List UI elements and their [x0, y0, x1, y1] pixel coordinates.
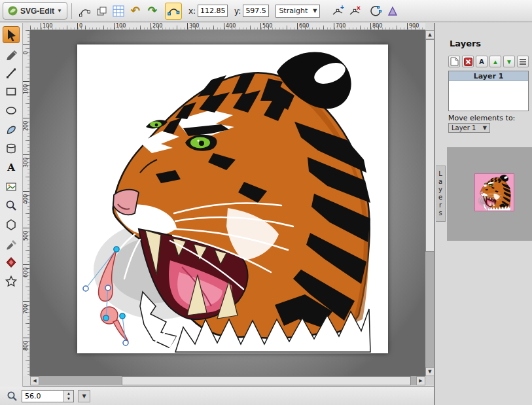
line-icon: [5, 66, 18, 79]
path-shape-icon: [5, 123, 18, 136]
ellipse-icon: [5, 104, 18, 117]
segment-type-select[interactable]: Straight ▼: [275, 5, 320, 18]
text-tool[interactable]: A: [3, 159, 20, 176]
rename-layer-button[interactable]: A: [476, 56, 488, 67]
layers-title: Layers: [450, 39, 481, 48]
segment-type-value: Straight: [279, 7, 308, 15]
layer-thumbnail[interactable]: [475, 174, 514, 211]
zoom-input[interactable]: [22, 391, 63, 402]
ruler-number: 300: [23, 160, 29, 167]
ruler-number: 200: [23, 124, 29, 131]
horizontal-ruler: 100 0 100 200 300 400 500 600 700 800 90…: [30, 23, 425, 30]
undo-icon[interactable]: ↶: [127, 3, 144, 20]
eyedropper-icon: [5, 237, 18, 250]
star-icon: [5, 275, 18, 288]
scroll-right-button[interactable]: ▶: [416, 376, 425, 385]
layer-preview-area: [447, 147, 532, 241]
raise-layer-button[interactable]: ▲: [489, 56, 501, 67]
path-anchor-node[interactable]: [114, 247, 119, 252]
toolbar-separator: [71, 3, 72, 19]
move-layer-value: Layer 1: [452, 124, 476, 132]
grid-icon[interactable]: [110, 3, 127, 20]
top-toolbar: SVG-Edit ▼ ↶ ↷ x: y: Straight ▼ + ×: [0, 0, 532, 22]
scroll-left-button[interactable]: ◀: [30, 376, 39, 385]
control-handle[interactable]: [105, 285, 111, 291]
ruler-number: 0: [79, 23, 82, 29]
shapelib-tool[interactable]: [3, 254, 20, 271]
tiger-artwork[interactable]: [94, 52, 370, 353]
layers-panel-toggle-tab[interactable]: Layers: [436, 166, 446, 222]
diamond-ornament-icon: [5, 256, 18, 269]
path-tool[interactable]: [3, 121, 20, 138]
y-coordinate-label: y:: [234, 7, 241, 16]
line-tool[interactable]: [3, 64, 20, 81]
ruler-number: 100: [43, 23, 52, 29]
rename-a-icon: A: [479, 58, 484, 65]
delete-node-icon[interactable]: ×: [346, 3, 363, 20]
scroll-up-button[interactable]: ▲: [425, 30, 434, 39]
logo-label: SVG-Edit: [20, 7, 54, 16]
layer-list-button[interactable]: [517, 56, 529, 67]
zoom-spinner: ▲ ▼: [22, 390, 74, 402]
y-coordinate-input[interactable]: [243, 5, 269, 17]
ruler-number: 500: [23, 234, 29, 241]
rect-tool[interactable]: [3, 83, 20, 100]
move-elements-label: Move elements to:: [448, 114, 515, 122]
reorient-path-icon[interactable]: [384, 3, 401, 20]
vertical-scroll-thumb[interactable]: [425, 39, 434, 252]
zoom-icon: [7, 391, 18, 402]
eyedropper-tool[interactable]: [3, 235, 20, 252]
link-control-points-icon[interactable]: [165, 3, 182, 20]
arrow-down-icon: ▼: [506, 58, 512, 65]
image-tool[interactable]: [3, 178, 20, 195]
ruler-number: 500: [262, 23, 272, 29]
cursor-arrow-icon: [5, 28, 18, 41]
layers-panel: Layers Layers A ▲ ▼ Layer 1 Move element…: [434, 23, 532, 405]
svg-edit-logo-icon: [8, 6, 18, 16]
ellipse-tool[interactable]: [3, 102, 20, 119]
edit-node-icon[interactable]: [76, 3, 93, 20]
cylinder-tool[interactable]: [3, 140, 20, 157]
path-anchor-node[interactable]: [103, 315, 109, 321]
control-handle[interactable]: [83, 286, 88, 291]
hexagon-icon: [5, 218, 18, 231]
ruler-number: 700: [336, 23, 346, 29]
clone-icon[interactable]: [93, 3, 110, 20]
text-icon: A: [5, 161, 18, 174]
ruler-number: 600: [299, 23, 309, 29]
zoom-presets-dropdown[interactable]: ▼: [78, 390, 90, 402]
add-node-icon[interactable]: +: [329, 3, 346, 20]
select-tool[interactable]: [3, 26, 20, 43]
chevron-down-icon: ▼: [483, 125, 487, 131]
drawing-canvas[interactable]: [77, 44, 388, 353]
star-tool[interactable]: [3, 273, 20, 290]
layer-list: Layer 1: [448, 71, 529, 111]
path-anchor-node[interactable]: [120, 313, 125, 319]
main-menu-button[interactable]: SVG-Edit ▼: [3, 2, 67, 20]
chevron-down-icon: ▼: [57, 8, 62, 14]
scroll-down-button[interactable]: ▼: [425, 367, 434, 376]
pencil-tool[interactable]: [3, 45, 20, 62]
control-handle[interactable]: [123, 340, 128, 345]
ruler-number: 200: [152, 23, 162, 29]
ruler-number: 800: [372, 23, 382, 29]
workspace[interactable]: [30, 30, 425, 376]
polygon-tool[interactable]: [3, 216, 20, 233]
status-bar: ▲ ▼ ▼: [0, 386, 434, 405]
redo-icon[interactable]: ↷: [144, 3, 161, 20]
ruler-number: 800: [23, 343, 29, 351]
arrow-up-icon: ▲: [492, 58, 499, 65]
svg-text:A: A: [7, 162, 15, 173]
x-coordinate-input[interactable]: [198, 5, 228, 17]
new-layer-button[interactable]: [448, 56, 460, 67]
ruler-number: 0: [23, 49, 29, 56]
chevron-down-icon: ▼: [82, 393, 86, 399]
open-path-icon[interactable]: [367, 3, 384, 20]
delete-layer-button[interactable]: [462, 56, 474, 67]
layer-row-layer1[interactable]: Layer 1: [449, 71, 528, 81]
zoom-decrease-button[interactable]: ▼: [63, 396, 73, 402]
zoom-tool[interactable]: [3, 197, 20, 214]
lower-layer-button[interactable]: ▼: [503, 56, 515, 67]
horizontal-scroll-thumb[interactable]: [122, 376, 411, 385]
move-layer-select[interactable]: Layer 1 ▼: [448, 123, 490, 133]
